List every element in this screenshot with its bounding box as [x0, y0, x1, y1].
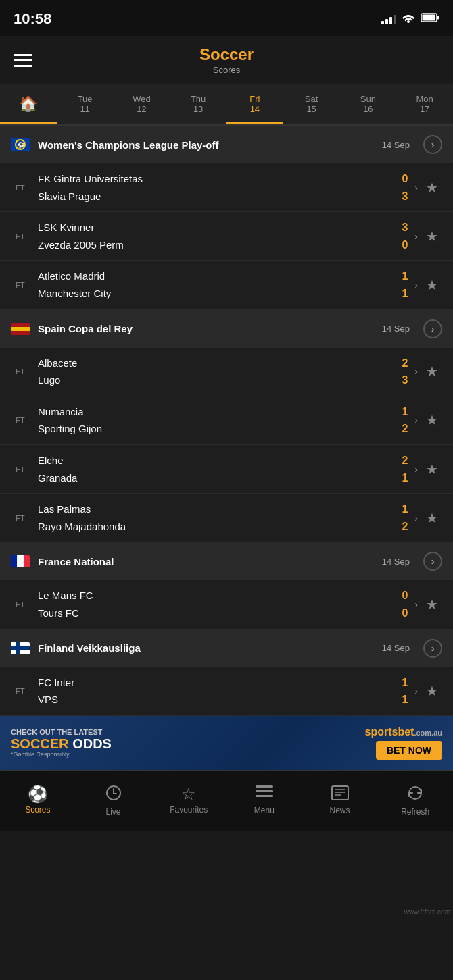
header: Soccer Scores: [0, 36, 453, 84]
league-expand-fv[interactable]: ›: [423, 639, 442, 658]
table-row: FT FC Inter VPS 1 1 › ★: [0, 667, 453, 716]
app-subtitle: Scores: [199, 65, 254, 75]
bottom-nav: ⚽ Scores Live ☆ Favourites Menu: [0, 770, 453, 831]
favourite-star[interactable]: ★: [422, 277, 442, 293]
sportsbet-logo: sportsbet.com.au: [365, 726, 442, 738]
league-header-fv[interactable]: Finland Veikkausliiga 14 Sep ›: [0, 629, 453, 667]
ad-line1: CHECK OUT THE LATEST: [11, 728, 112, 736]
tab-fri[interactable]: Fri 14: [226, 84, 283, 124]
tab-tue[interactable]: Tue 11: [57, 84, 114, 124]
league-date-scp: 14 Sep: [382, 324, 410, 334]
svg-rect-11: [256, 790, 273, 792]
league-expand-wcl[interactable]: ›: [423, 135, 442, 154]
ad-banner[interactable]: CHECK OUT THE LATEST SOCCER ODDS *Gamble…: [0, 716, 453, 770]
league-flag-wcl: ⚽: [11, 138, 30, 151]
favourite-star[interactable]: ★: [422, 363, 442, 380]
nav-favourites-label: Favourites: [170, 805, 208, 815]
live-icon: [105, 784, 122, 804]
league-expand-fn[interactable]: ›: [423, 552, 442, 571]
table-row: FT Le Mans FC Tours FC 0 0 › ★: [0, 580, 453, 629]
league-date-fv: 14 Sep: [382, 643, 410, 653]
chevron-right-icon: ›: [414, 366, 418, 377]
favourite-star[interactable]: ★: [422, 228, 442, 244]
league-name-wcl: Women's Champions League Play-off: [38, 139, 374, 151]
nav-news-label: News: [330, 806, 350, 815]
scores-icon: ⚽: [28, 786, 48, 802]
table-row: FT Atletico Madrid Manchester City 1 1 ›…: [0, 261, 453, 309]
ad-line2: SOCCER ODDS: [11, 736, 112, 751]
tab-sun[interactable]: Sun 16: [340, 84, 397, 124]
league-flag-es: [11, 323, 30, 335]
tab-wed[interactable]: Wed 12: [114, 84, 170, 124]
battery-icon: [421, 12, 439, 26]
nav-menu-label: Menu: [254, 806, 275, 815]
chevron-right-icon: ›: [414, 513, 418, 523]
table-row: FT Las Palmas Rayo Majadahonda 1 2 › ★: [0, 494, 453, 542]
league-name-fn: France National: [38, 556, 374, 567]
favourites-icon: ☆: [181, 786, 196, 802]
ad-text: CHECK OUT THE LATEST SOCCER ODDS *Gamble…: [11, 728, 112, 758]
chevron-right-icon: ›: [414, 182, 418, 193]
table-row: FT Albacete Lugo 2 3 › ★: [0, 348, 453, 396]
league-header-wcl[interactable]: ⚽ Women's Champions League Play-off 14 S…: [0, 126, 453, 163]
league-name-fv: Finland Veikkausliiga: [38, 642, 374, 654]
league-header-scp[interactable]: Spain Copa del Rey 14 Sep ›: [0, 310, 453, 348]
chevron-right-icon: ›: [414, 415, 418, 425]
league-date-fn: 14 Sep: [382, 557, 410, 567]
chevron-right-icon: ›: [414, 599, 418, 610]
svg-rect-1: [423, 15, 435, 21]
ad-right: sportsbet.com.au BET NOW: [365, 726, 442, 760]
svg-text:⚽: ⚽: [17, 141, 25, 149]
nav-news[interactable]: News: [302, 771, 378, 831]
table-row: FT FK Gintra Universitetas Slavia Prague…: [0, 163, 453, 212]
status-time: 10:58: [14, 10, 51, 28]
refresh-icon: [406, 784, 424, 804]
status-icons: [381, 12, 439, 26]
nav-live[interactable]: Live: [76, 771, 151, 831]
favourite-star[interactable]: ★: [422, 510, 442, 526]
bet-now-button[interactable]: BET NOW: [376, 741, 442, 760]
nav-menu[interactable]: Menu: [226, 771, 302, 831]
news-icon: [331, 785, 349, 803]
watermark: www.frfam.com: [404, 908, 450, 916]
svg-rect-2: [437, 16, 439, 20]
tab-sat[interactable]: Sat 15: [283, 84, 340, 124]
menu-button[interactable]: [14, 54, 32, 67]
league-flag-fr: [11, 555, 30, 567]
league-flag-fi: [11, 642, 30, 654]
status-bar: 10:58: [0, 0, 453, 36]
wifi-icon: [402, 12, 415, 26]
menu-nav-icon: [256, 785, 273, 803]
favourite-star[interactable]: ★: [422, 180, 442, 196]
nav-scores[interactable]: ⚽ Scores: [0, 771, 76, 831]
table-row: FT Numancia Sporting Gijon 1 2 › ★: [0, 396, 453, 445]
chevron-right-icon: ›: [414, 686, 418, 696]
day-tabs: 🏠 Tue 11 Wed 12 Thu 13 Fri 14 Sat 15 Sun…: [0, 84, 453, 126]
table-row: FT Elche Granada 2 1 › ★: [0, 445, 453, 494]
league-header-fn[interactable]: France National 14 Sep ›: [0, 542, 453, 580]
tab-mon[interactable]: Mon 17: [396, 84, 453, 124]
ad-line3: *Gamble Responsibly.: [11, 751, 112, 758]
nav-favourites[interactable]: ☆ Favourites: [151, 771, 226, 831]
signal-icon: [381, 14, 396, 24]
nav-refresh[interactable]: Refresh: [377, 771, 453, 831]
favourite-star[interactable]: ★: [422, 461, 442, 478]
tab-thu[interactable]: Thu 13: [170, 84, 226, 124]
favourite-star[interactable]: ★: [422, 596, 442, 613]
nav-scores-label: Scores: [25, 805, 50, 815]
table-row: FT LSK Kvinner Zvezda 2005 Perm 3 0 › ★: [0, 212, 453, 261]
nav-live-label: Live: [106, 807, 121, 817]
app-name: Soccer: [199, 45, 254, 64]
chevron-right-icon: ›: [414, 231, 418, 242]
tab-home[interactable]: 🏠: [0, 84, 57, 124]
league-expand-scp[interactable]: ›: [423, 319, 442, 338]
favourite-star[interactable]: ★: [422, 412, 442, 428]
favourite-star[interactable]: ★: [422, 683, 442, 699]
svg-rect-12: [256, 795, 273, 797]
svg-rect-13: [332, 786, 348, 800]
chevron-right-icon: ›: [414, 464, 418, 475]
scores-content: ⚽ Women's Champions League Play-off 14 S…: [0, 126, 453, 716]
header-title: Soccer Scores: [199, 45, 254, 75]
svg-rect-7: [256, 785, 273, 788]
chevron-right-icon: ›: [414, 280, 418, 290]
